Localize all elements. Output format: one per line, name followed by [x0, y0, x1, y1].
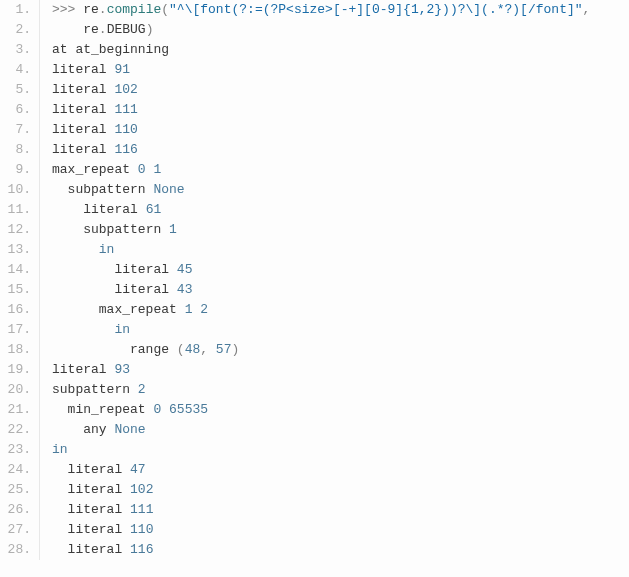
- token-fn: compile: [107, 2, 162, 17]
- line-number-gutter: 1.2.3.4.5.6.7.8.9.10.11.12.13.14.15.16.1…: [0, 0, 40, 560]
- line-number: 14.: [0, 260, 31, 280]
- token-ident: literal: [52, 102, 114, 117]
- token-num: 110: [114, 122, 137, 137]
- token-kw: in: [99, 242, 115, 257]
- code-line: literal 110: [52, 520, 629, 540]
- line-number: 23.: [0, 440, 31, 460]
- token-ident: literal: [52, 362, 114, 377]
- token-ident: max_repeat: [52, 162, 138, 177]
- line-number: 24.: [0, 460, 31, 480]
- token-ident: literal: [52, 122, 114, 137]
- token-num: 0: [138, 162, 146, 177]
- code-line: literal 45: [52, 260, 629, 280]
- code-line: in: [52, 440, 629, 460]
- line-number: 2.: [0, 20, 31, 40]
- token-dot: .: [99, 2, 107, 17]
- line-number: 16.: [0, 300, 31, 320]
- token-num: 1: [153, 162, 161, 177]
- token-num: 65535: [169, 402, 208, 417]
- line-number: 28.: [0, 540, 31, 560]
- token-num: 111: [130, 502, 153, 517]
- line-number: 13.: [0, 240, 31, 260]
- code-line: subpattern 1: [52, 220, 629, 240]
- token-num: 45: [177, 262, 193, 277]
- token-ident: at at_beginning: [52, 42, 169, 57]
- token-kw: None: [153, 182, 184, 197]
- token-num: 110: [130, 522, 153, 537]
- token-ident: min_repeat: [68, 402, 154, 417]
- code-line: literal 110: [52, 120, 629, 140]
- line-number: 7.: [0, 120, 31, 140]
- token-num: 48: [185, 342, 201, 357]
- line-number: 12.: [0, 220, 31, 240]
- token-num: 111: [114, 102, 137, 117]
- line-number: 15.: [0, 280, 31, 300]
- code-line: literal 91: [52, 60, 629, 80]
- token-paren: (: [177, 342, 185, 357]
- token-ident: literal: [68, 542, 130, 557]
- code-line: literal 102: [52, 480, 629, 500]
- token-num: 43: [177, 282, 193, 297]
- token-ident: range: [130, 342, 177, 357]
- token-ident: any: [83, 422, 114, 437]
- token-kw: None: [114, 422, 145, 437]
- token-ident: subpattern: [83, 222, 169, 237]
- token-ident: literal: [68, 482, 130, 497]
- token-num: 57: [216, 342, 232, 357]
- code-line: literal 116: [52, 540, 629, 560]
- line-number: 21.: [0, 400, 31, 420]
- code-line: min_repeat 0 65535: [52, 400, 629, 420]
- code-line: >>> re.compile("^\[font(?:=(?P<size>[-+]…: [52, 0, 629, 20]
- token-str: "^\[font(?:=(?P<size>[-+][0-9]{1,2}))?\]…: [169, 2, 582, 17]
- token-kw: in: [114, 322, 130, 337]
- code-line: in: [52, 240, 629, 260]
- token-paren: ): [231, 342, 239, 357]
- line-number: 25.: [0, 480, 31, 500]
- code-line: literal 43: [52, 280, 629, 300]
- token-ident: subpattern: [68, 182, 154, 197]
- line-number: 4.: [0, 60, 31, 80]
- code-line: literal 116: [52, 140, 629, 160]
- token-num: 47: [130, 462, 146, 477]
- line-number: 19.: [0, 360, 31, 380]
- code-line: literal 47: [52, 460, 629, 480]
- token-num: 102: [114, 82, 137, 97]
- code-line: max_repeat 0 1: [52, 160, 629, 180]
- token-paren: ,: [583, 2, 591, 17]
- code-line: subpattern None: [52, 180, 629, 200]
- line-number: 1.: [0, 0, 31, 20]
- line-number: 5.: [0, 80, 31, 100]
- token-num: 102: [130, 482, 153, 497]
- token-ident: [161, 402, 169, 417]
- token-paren: ,: [200, 342, 216, 357]
- line-number: 17.: [0, 320, 31, 340]
- token-num: 2: [138, 382, 146, 397]
- token-paren: (: [161, 2, 169, 17]
- code-line: any None: [52, 420, 629, 440]
- line-number: 3.: [0, 40, 31, 60]
- token-ident: literal: [68, 502, 130, 517]
- token-ident: subpattern: [52, 382, 138, 397]
- token-ident: re: [83, 22, 99, 37]
- token-dot: .: [99, 22, 107, 37]
- token-num: 116: [130, 542, 153, 557]
- code-line: literal 102: [52, 80, 629, 100]
- line-number: 10.: [0, 180, 31, 200]
- token-paren: ): [146, 22, 154, 37]
- token-ident: literal: [52, 82, 114, 97]
- line-number: 6.: [0, 100, 31, 120]
- line-number: 20.: [0, 380, 31, 400]
- token-ident: max_repeat: [99, 302, 185, 317]
- line-number: 11.: [0, 200, 31, 220]
- token-ident: literal: [114, 262, 176, 277]
- token-kw: in: [52, 442, 68, 457]
- line-number: 27.: [0, 520, 31, 540]
- token-ident: literal: [114, 282, 176, 297]
- token-ident: literal: [68, 462, 130, 477]
- token-num: 1: [169, 222, 177, 237]
- token-ident: re: [83, 2, 99, 17]
- code-line: literal 111: [52, 500, 629, 520]
- token-num: 91: [114, 62, 130, 77]
- code-line: re.DEBUG): [52, 20, 629, 40]
- line-number: 26.: [0, 500, 31, 520]
